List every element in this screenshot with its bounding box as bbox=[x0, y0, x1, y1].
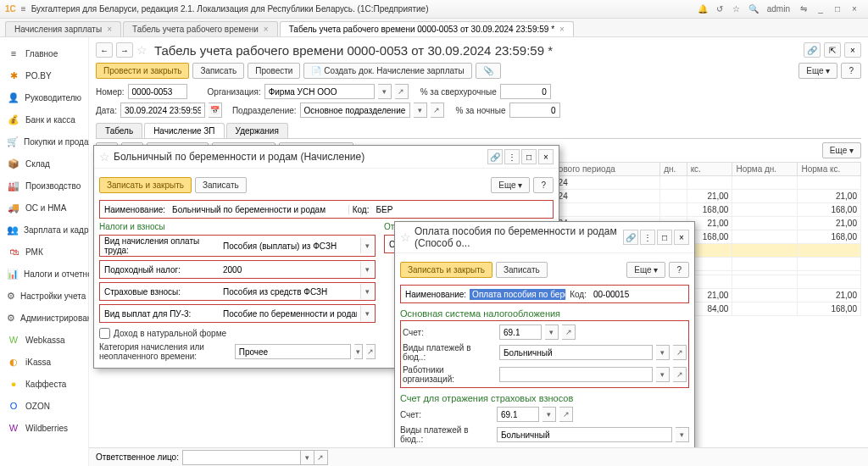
org-input[interactable] bbox=[264, 84, 375, 99]
link-icon[interactable]: 🔗 bbox=[804, 42, 821, 58]
m2-name-value[interactable]: Оплата пособия по беременности и родам bbox=[470, 289, 565, 300]
create-doc-button[interactable]: 📄 Создать док. Начисление зарплаты bbox=[303, 63, 471, 79]
expand-icon[interactable]: ⇱ bbox=[824, 42, 841, 58]
tab[interactable]: Табель учета рабочего времени× bbox=[123, 21, 278, 36]
post-button[interactable]: Провести bbox=[248, 63, 300, 79]
sidebar-item[interactable]: ≡Главное bbox=[0, 42, 88, 64]
tab[interactable]: Начисления зарплаты× bbox=[5, 21, 121, 36]
sidebar-item[interactable]: WWebkassa bbox=[0, 329, 88, 351]
sidebar-item[interactable]: 🛍РМК bbox=[0, 241, 88, 263]
number-input[interactable] bbox=[128, 84, 187, 99]
footer-open[interactable]: ↗ bbox=[314, 450, 328, 465]
m1-star[interactable]: ☆ bbox=[99, 150, 110, 164]
m1-cat-open[interactable]: ↗ bbox=[366, 344, 376, 359]
org-dropdown[interactable]: ▾ bbox=[378, 84, 392, 99]
search-icon[interactable]: 🔍 bbox=[745, 1, 762, 18]
grid-more[interactable]: Еще ▾ bbox=[822, 142, 861, 158]
user-name[interactable]: admin bbox=[767, 4, 790, 14]
m1-ins-dd[interactable]: ▾ bbox=[360, 284, 374, 299]
date-picker[interactable]: 📅 bbox=[209, 103, 222, 118]
sidebar-item[interactable]: ◐iKassa bbox=[0, 351, 88, 373]
sidebar-item[interactable]: 📊Налоги и отчетность bbox=[0, 263, 88, 285]
m1-save[interactable]: Записать bbox=[195, 177, 247, 193]
m2-pay2-dd[interactable]: ▾ bbox=[676, 427, 689, 442]
m1-cat-input[interactable] bbox=[235, 344, 351, 359]
m2-more[interactable]: ⋮ bbox=[640, 230, 655, 245]
m1-help[interactable]: ? bbox=[533, 177, 554, 193]
m2-pay-input[interactable] bbox=[499, 345, 653, 360]
m1-name-input[interactable] bbox=[169, 202, 348, 217]
subtab[interactable]: Начисление ЗП bbox=[144, 123, 224, 138]
star-icon[interactable]: ☆ bbox=[728, 1, 745, 18]
m1-tax-dd[interactable]: ▾ bbox=[360, 262, 374, 277]
m2-max[interactable]: □ bbox=[657, 230, 672, 245]
close-icon[interactable]: × bbox=[846, 1, 863, 18]
nav-fwd[interactable]: → bbox=[116, 42, 133, 58]
m1-link[interactable]: 🔗 bbox=[487, 149, 503, 164]
sidebar-item[interactable]: ⚙Администрирование bbox=[0, 307, 88, 329]
m2-save-close[interactable]: Записать и закрыть bbox=[400, 262, 492, 278]
sidebar-item[interactable]: 🏭Производство bbox=[0, 175, 88, 197]
m2-work-dd[interactable]: ▾ bbox=[656, 367, 670, 382]
m1-pu3-input[interactable] bbox=[220, 306, 360, 321]
help-button[interactable]: ? bbox=[841, 63, 861, 79]
m1-taxes-section[interactable]: Налоги и взносы bbox=[99, 222, 165, 231]
fav-star[interactable]: ☆ bbox=[136, 43, 147, 57]
tab[interactable]: Табель учета рабочего времени 0000-0053 … bbox=[280, 21, 574, 36]
m2-acc-open[interactable]: ↗ bbox=[562, 325, 576, 340]
m2-acc2-input[interactable] bbox=[497, 407, 539, 422]
save-button[interactable]: Записать bbox=[192, 63, 244, 79]
m1-natural-chk[interactable] bbox=[99, 328, 110, 339]
sidebar-item[interactable]: ⚙Настройки учета bbox=[0, 285, 88, 307]
nav-back[interactable]: ← bbox=[96, 42, 113, 58]
m2-acc-input[interactable] bbox=[499, 325, 542, 340]
m1-paytype-dd[interactable]: ▾ bbox=[360, 238, 374, 253]
m1-max[interactable]: □ bbox=[521, 149, 537, 164]
subdiv-input[interactable] bbox=[300, 103, 410, 118]
m2-more-btn[interactable]: Еще ▾ bbox=[626, 262, 665, 278]
footer-dd[interactable]: ▾ bbox=[301, 450, 314, 465]
m1-paytype-input[interactable] bbox=[220, 238, 360, 253]
sidebar-item[interactable]: OOZON bbox=[0, 395, 88, 417]
notification-icon[interactable]: 🔔 bbox=[694, 1, 711, 18]
m2-link[interactable]: 🔗 bbox=[623, 230, 638, 245]
night-input[interactable] bbox=[509, 103, 560, 118]
history-icon[interactable]: ↺ bbox=[711, 1, 728, 18]
footer-input[interactable] bbox=[182, 450, 301, 465]
m2-acc-dd[interactable]: ▾ bbox=[545, 325, 559, 340]
m2-work-input[interactable] bbox=[499, 367, 653, 382]
m2-pay-dd[interactable]: ▾ bbox=[656, 345, 670, 360]
close-doc[interactable]: × bbox=[844, 42, 861, 58]
sidebar-item[interactable]: 👤Руководителю bbox=[0, 86, 88, 108]
overtime-input[interactable] bbox=[500, 84, 551, 99]
sidebar-item[interactable]: 👥Зарплата и кадры bbox=[0, 219, 88, 241]
maximize-icon[interactable]: □ bbox=[829, 1, 846, 18]
subtab[interactable]: Табель bbox=[96, 123, 142, 138]
m2-acc2-open[interactable]: ↗ bbox=[559, 407, 573, 422]
m1-tax-input[interactable] bbox=[220, 262, 360, 277]
subdiv-dropdown[interactable]: ▾ bbox=[414, 103, 427, 118]
more-button[interactable]: Еще ▾ bbox=[798, 63, 837, 79]
m2-pay2-input[interactable] bbox=[497, 427, 672, 442]
m2-star[interactable]: ☆ bbox=[400, 230, 411, 244]
m2-code-input[interactable] bbox=[590, 286, 687, 302]
m1-ins-input[interactable] bbox=[220, 284, 360, 299]
sidebar-item[interactable]: 🛒Покупки и продажи bbox=[0, 130, 88, 153]
date-input[interactable] bbox=[120, 103, 205, 118]
m2-acc2-dd[interactable]: ▾ bbox=[542, 407, 556, 422]
m1-pu3-dd[interactable]: ▾ bbox=[360, 306, 374, 321]
attach-button[interactable]: 📎 bbox=[476, 63, 501, 79]
m2-work-open[interactable]: ↗ bbox=[673, 367, 687, 382]
post-close-button[interactable]: Провести и закрыть bbox=[96, 63, 189, 79]
m2-help[interactable]: ? bbox=[669, 262, 689, 278]
sidebar-item[interactable]: 🚚ОС и НМА bbox=[0, 197, 88, 219]
m1-close[interactable]: × bbox=[538, 149, 554, 164]
sidebar-item[interactable]: 💰Банк и касса bbox=[0, 108, 88, 130]
m1-save-close[interactable]: Записать и закрыть bbox=[99, 177, 192, 193]
minimize-icon[interactable]: _ bbox=[812, 1, 829, 18]
org-open[interactable]: ↗ bbox=[395, 84, 409, 99]
m2-close[interactable]: × bbox=[674, 230, 689, 245]
m1-cat-dd[interactable]: ▾ bbox=[354, 344, 364, 359]
m1-more[interactable]: ⋮ bbox=[504, 149, 520, 164]
m1-more-btn[interactable]: Еще ▾ bbox=[491, 177, 530, 193]
